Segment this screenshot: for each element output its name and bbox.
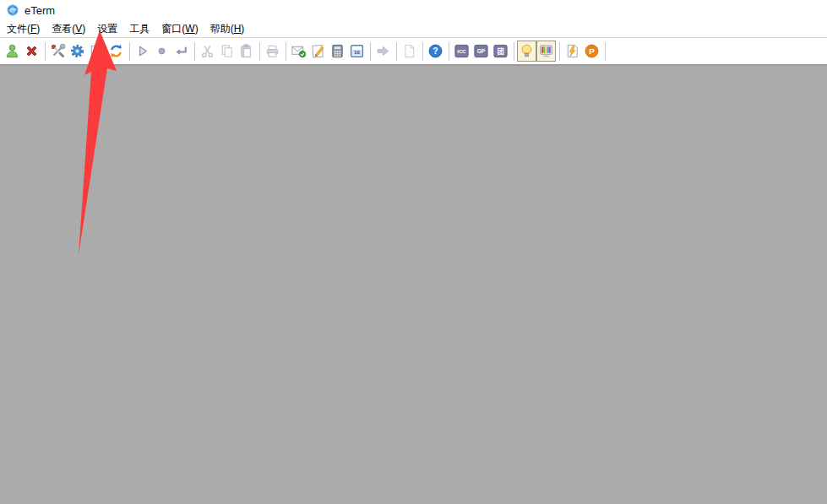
lightbulb-toggle-button[interactable] [517, 41, 536, 62]
script-button[interactable] [563, 41, 582, 62]
record-button[interactable] [152, 41, 171, 62]
icc-badge-icon: ICC [454, 43, 470, 59]
toolbar-separator [422, 42, 423, 61]
menu-bar: 文件(F) 查看(V) 设置 工具 窗口(W) 帮助(H) [0, 20, 827, 37]
tools-button[interactable] [48, 41, 68, 62]
calendar-icon: 10 [349, 43, 365, 59]
connect-user-button[interactable] [3, 41, 22, 62]
toolbar-separator [449, 42, 449, 61]
record-dot-icon [154, 43, 170, 59]
toolbar-separator [259, 42, 260, 61]
menu-item-file[interactable]: 文件(F) [1, 20, 46, 38]
content-area [0, 66, 827, 504]
toolbar-separator [129, 42, 130, 61]
forward-button[interactable] [373, 41, 393, 62]
menu-item-settings[interactable]: 设置 [91, 20, 123, 38]
help-button[interactable]: ? [426, 41, 445, 62]
wrench-screwdriver-icon [50, 43, 66, 59]
new-document-button[interactable] [400, 41, 419, 62]
return-arrow-icon [173, 43, 189, 59]
tuan-badge-icon: 团 [492, 43, 509, 59]
toolbar-separator [45, 42, 46, 61]
icc-button[interactable]: ICC [452, 41, 471, 62]
toolbar-separator [514, 42, 514, 61]
toolbar-separator [194, 42, 195, 61]
pnr-button[interactable]: P [582, 41, 601, 62]
play-icon [134, 43, 150, 59]
group-button[interactable]: 团 [491, 41, 510, 62]
calculator-button[interactable] [328, 41, 347, 62]
toolbar-separator [605, 42, 606, 61]
p-circle-icon: P [584, 43, 600, 59]
svg-text:GP: GP [477, 48, 486, 54]
calculator-icon [329, 43, 345, 59]
copy-icon [219, 43, 235, 59]
cut-button[interactable] [198, 41, 217, 62]
refresh-icon [108, 43, 124, 59]
paste-button[interactable] [237, 41, 256, 62]
pencil-icon [310, 43, 326, 59]
scissors-icon [199, 43, 215, 59]
toolbar-separator [370, 42, 371, 61]
blank-document-icon [401, 43, 417, 59]
blank-square-icon [89, 43, 105, 59]
toolbar-separator [396, 42, 397, 61]
run-button[interactable] [133, 41, 152, 62]
calendar-button[interactable]: 10 [347, 41, 367, 62]
blank-window-button[interactable] [87, 41, 106, 62]
display-colors-toggle-button[interactable] [536, 41, 556, 62]
gp-badge-icon: GP [473, 43, 489, 59]
menu-item-help[interactable]: 帮助(H) [204, 20, 251, 38]
svg-text:?: ? [433, 46, 438, 56]
mail-check-icon [291, 43, 307, 59]
refresh-button[interactable] [106, 41, 126, 62]
title-bar: eTerm [0, 0, 827, 20]
config-button[interactable] [68, 41, 87, 62]
edit-button[interactable] [308, 41, 328, 62]
paste-icon [238, 43, 254, 59]
forward-arrow-icon [375, 43, 391, 59]
menu-item-window[interactable]: 窗口(W) [155, 20, 204, 38]
menu-item-view[interactable]: 查看(V) [46, 20, 91, 38]
gp-button[interactable]: GP [471, 41, 491, 62]
printer-icon [264, 43, 280, 59]
user-green-icon [4, 43, 20, 59]
disconnect-button[interactable] [22, 41, 41, 62]
monitor-colors-icon [538, 43, 554, 59]
copy-button[interactable] [217, 41, 237, 62]
app-logo-icon [6, 3, 19, 17]
svg-text:团: 团 [497, 47, 504, 56]
toolbar: 10 ? ICC GP [0, 37, 827, 66]
svg-text:ICC: ICC [457, 48, 466, 54]
toolbar-separator [286, 42, 286, 61]
svg-text:P: P [589, 46, 595, 56]
svg-text:10: 10 [354, 49, 360, 55]
enter-button[interactable] [171, 41, 191, 62]
lightbulb-icon [519, 43, 535, 59]
toolbar-separator [559, 42, 560, 61]
window-title: eTerm [24, 4, 55, 17]
gear-icon [69, 43, 85, 59]
help-question-icon: ? [427, 43, 443, 59]
red-x-icon [24, 43, 40, 59]
mail-button[interactable] [289, 41, 308, 62]
menu-item-tools[interactable]: 工具 [123, 20, 155, 38]
print-button[interactable] [263, 41, 282, 62]
script-lightning-icon [564, 43, 580, 59]
